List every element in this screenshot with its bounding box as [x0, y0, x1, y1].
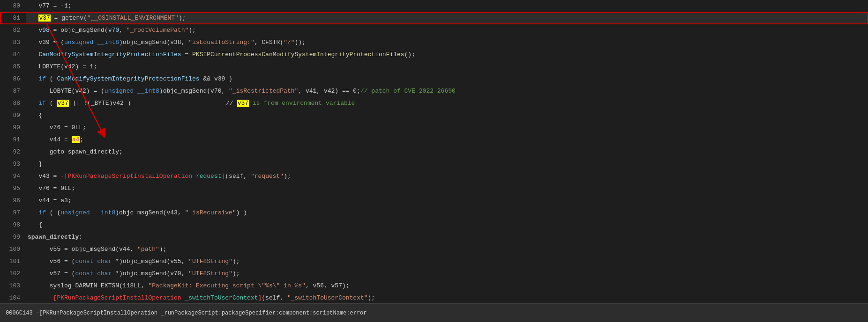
line-num-101: 101	[0, 256, 26, 268]
code-line-100: 100 v55 = objc_msgSend(v44, "path");	[0, 243, 868, 256]
var-v37-88: v37	[57, 100, 68, 107]
line-content-84: CanModifySystemIntegrityProtectionFiles …	[26, 49, 868, 61]
code-line-82: 82 v98 = objc_msgSend(v70, "_rootVolumeP…	[0, 24, 868, 37]
line-num-94: 94	[0, 170, 26, 183]
code-line-93: 93 }	[0, 158, 868, 170]
line-num-90: 90	[0, 122, 26, 134]
line-content-104: -[PKRunPackageScriptInstallOperation _sw…	[26, 292, 868, 303]
line-num-82: 82	[0, 24, 26, 37]
status-bar: 0006C143 -[PKRunPackageScriptInstallOper…	[0, 303, 868, 322]
line-content-88: if ( v37 || !(_BYTE)v42 ) // v37 is from…	[26, 97, 868, 110]
line-num-95: 95	[0, 183, 26, 195]
code-view: 80 v77 = -1; 81 v37 = getenv("__OSINSTAL…	[0, 0, 868, 303]
line-content-97: if ( (unsigned __int8)objc_msgSend(v43, …	[26, 207, 868, 219]
code-line-87: 87 LOBYTE(v42) = (unsigned __int8)objc_m…	[0, 85, 868, 97]
line-num-96: 96	[0, 195, 26, 207]
code-line-102: 102 v57 = (const char *)objc_msgSend(v70…	[0, 268, 868, 280]
code-line-101: 101 v56 = (const char *)objc_msgSend(v55…	[0, 256, 868, 268]
line-content-95: v76 = 0LL;	[26, 183, 868, 195]
code-line-89: 89 {	[0, 110, 868, 122]
var-v37-88b: v37	[237, 100, 249, 107]
code-line-97: 97 if ( (unsigned __int8)objc_msgSend(v4…	[0, 207, 868, 219]
line-content-81: v37 = getenv("__OSINSTALL_ENVIRONMENT");	[26, 12, 868, 24]
code-line-95: 95 v76 = 0LL;	[0, 183, 868, 195]
code-line-83: 83 v39 = (unsigned __int8)objc_msgSend(v…	[0, 37, 868, 49]
var-a4: a4	[72, 136, 80, 143]
line-content-93: }	[26, 158, 868, 170]
code-line-99: 99 spawn_directly:	[0, 231, 868, 243]
status-bar-text: 0006C143 -[PKRunPackageScriptInstallOper…	[6, 310, 367, 316]
line-num-98: 98	[0, 219, 26, 231]
code-line-85: 85 LOBYTE(v42) = 1;	[0, 61, 868, 73]
line-num-97: 97	[0, 207, 26, 219]
line-num-80: 80	[0, 0, 26, 12]
line-num-89: 89	[0, 110, 26, 122]
line-num-93: 93	[0, 158, 26, 170]
line-num-87: 87	[0, 85, 26, 97]
line-content-83: v39 = (unsigned __int8)objc_msgSend(v38,…	[26, 37, 868, 49]
line-content-85: LOBYTE(v42) = 1;	[26, 61, 868, 73]
line-content-92: goto spawn_directly;	[26, 146, 868, 158]
line-num-85: 85	[0, 61, 26, 73]
code-line-80: 80 v77 = -1;	[0, 0, 868, 12]
line-content-96: v44 = a3;	[26, 195, 868, 207]
code-line-88: 88 if ( v37 || !(_BYTE)v42 ) // v37 is f…	[0, 97, 868, 110]
line-content-98: {	[26, 219, 868, 231]
code-line-91: 91 v44 = a4;	[0, 134, 868, 146]
line-num-103: 103	[0, 280, 26, 292]
line-num-102: 102	[0, 268, 26, 280]
line-num-86: 86	[0, 73, 26, 85]
line-num-100: 100	[0, 243, 26, 256]
code-line-94: 94 v43 = -[PKRunPackageScriptInstallOper…	[0, 170, 868, 183]
line-content-80: v77 = -1;	[26, 0, 868, 12]
code-line-104: 104 -[PKRunPackageScriptInstallOperation…	[0, 292, 868, 303]
var-v37-81: v37	[38, 15, 50, 22]
line-content-102: v57 = (const char *)objc_msgSend(v70, "U…	[26, 268, 868, 280]
line-num-91: 91	[0, 134, 26, 146]
code-line-90: 90 v76 = 0LL;	[0, 122, 868, 134]
line-num-81: 81	[0, 12, 26, 24]
line-num-88: 88	[0, 97, 26, 110]
code-line-81: 81 v37 = getenv("__OSINSTALL_ENVIRONMENT…	[0, 12, 868, 24]
line-num-84: 84	[0, 49, 26, 61]
line-num-99: 99	[0, 231, 26, 243]
code-line-103: 103 syslog_DARWIN_EXTSN(118LL, "PackageK…	[0, 280, 868, 292]
line-num-92: 92	[0, 146, 26, 158]
line-content-94: v43 = -[PKRunPackageScriptInstallOperati…	[26, 170, 868, 183]
line-content-87: LOBYTE(v42) = (unsigned __int8)objc_msgS…	[26, 85, 868, 97]
code-line-92: 92 goto spawn_directly;	[0, 146, 868, 158]
line-content-100: v55 = objc_msgSend(v44, "path");	[26, 243, 868, 256]
line-content-89: {	[26, 110, 868, 122]
line-content-103: syslog_DARWIN_EXTSN(118LL, "PackageKit: …	[26, 280, 868, 292]
line-num-104: 104	[0, 292, 26, 303]
line-content-82: v98 = objc_msgSend(v70, "_rootVolumePath…	[26, 24, 868, 37]
code-line-98: 98 {	[0, 219, 868, 231]
line-num-83: 83	[0, 37, 26, 49]
line-content-99: spawn_directly:	[26, 231, 868, 243]
line-content-86: if ( CanModifySystemIntegrityProtectionF…	[26, 73, 868, 85]
line-content-101: v56 = (const char *)objc_msgSend(v55, "U…	[26, 256, 868, 268]
line-content-91: v44 = a4;	[26, 134, 868, 146]
code-line-96: 96 v44 = a3;	[0, 195, 868, 207]
code-line-84: 84 CanModifySystemIntegrityProtectionFil…	[0, 49, 868, 61]
code-line-86: 86 if ( CanModifySystemIntegrityProtecti…	[0, 73, 868, 85]
line-content-90: v76 = 0LL;	[26, 122, 868, 134]
